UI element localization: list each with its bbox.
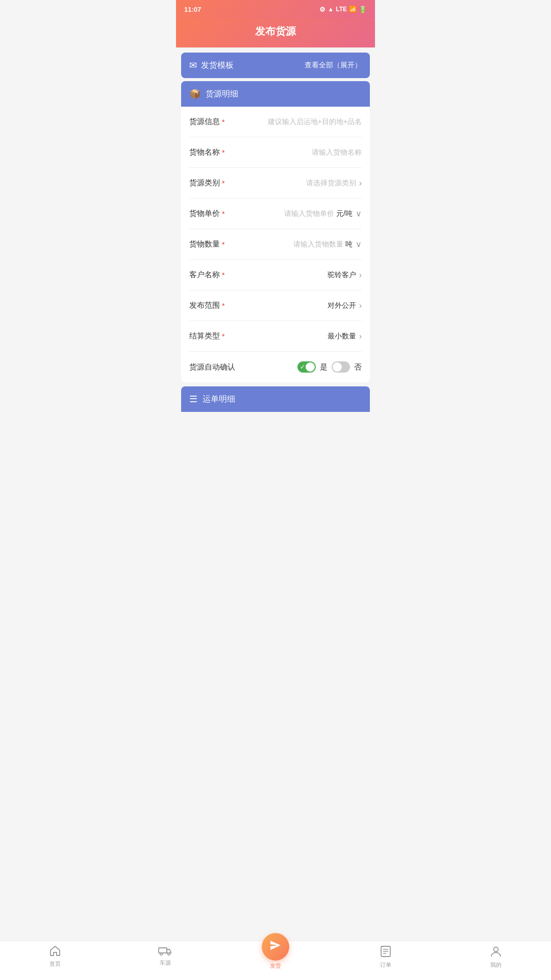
form-row-auto-confirm: 货源自动确认 ✓ 是 否	[189, 352, 362, 382]
lte-label: LTE	[336, 6, 347, 13]
cargo-info-label: 货源信息 *	[189, 117, 224, 127]
page-header: 发布货源	[176, 18, 375, 47]
cargo-name-label: 货物名称 *	[189, 148, 224, 157]
settlement-type-chevron: ›	[359, 332, 362, 341]
cargo-qty-value[interactable]: 请输入货物数量 吨 ∨	[224, 239, 362, 249]
waybill-section-label: 运单明细	[203, 394, 235, 405]
battery-icon: 🔋	[359, 6, 367, 13]
waybill-icon: ☰	[189, 394, 197, 405]
form-row-cargo-name[interactable]: 货物名称 * 请输入货物名称	[189, 137, 362, 168]
waybill-section-header: ☰ 运单明细	[181, 386, 370, 412]
toggle-knob-no	[333, 362, 342, 372]
auto-confirm-label: 货源自动确认	[189, 362, 235, 372]
customer-chevron: ›	[359, 271, 362, 280]
status-time: 11:07	[184, 6, 201, 13]
form-row-cargo-type[interactable]: 货源类别 * 请选择货源类别 ›	[189, 168, 362, 199]
cargo-price-chevron: ∨	[356, 209, 362, 218]
status-right-icons: ⚙ ▲ LTE 📶 🔋	[319, 6, 367, 13]
cargo-qty-chevron: ∨	[356, 239, 362, 249]
qty-unit: 吨	[345, 240, 353, 249]
settlement-type-label: 结算类型 *	[189, 331, 224, 341]
template-section[interactable]: ✉ 发货模板 查看全部（展开）	[181, 53, 370, 78]
cargo-type-value[interactable]: 请选择货源类别 ›	[224, 179, 362, 188]
yes-label: 是	[320, 362, 328, 372]
customer-value[interactable]: 驼铃客户 ›	[224, 271, 362, 280]
form-row-customer[interactable]: 客户名称 * 驼铃客户 ›	[189, 260, 362, 290]
signal-icon: 📶	[349, 6, 357, 13]
cargo-price-label: 货物单价 *	[189, 209, 224, 218]
toggle-knob-yes	[306, 362, 315, 372]
cargo-section-label: 货源明细	[206, 89, 238, 100]
toggle-group: ✓ 是 否	[297, 361, 362, 373]
publish-scope-value[interactable]: 对外公开 ›	[224, 301, 362, 310]
check-icon: ✓	[300, 363, 305, 371]
cargo-form: 货源信息 * 建议输入启运地+目的地+品名 货物名称 * 请输入货物名称 货源类…	[181, 107, 370, 382]
form-row-settlement-type[interactable]: 结算类型 * 最小数量 ›	[189, 321, 362, 352]
settings-icon: ⚙	[319, 6, 325, 13]
publish-scope-label: 发布范围 *	[189, 301, 224, 310]
cargo-box-icon: 📦	[189, 88, 201, 100]
cargo-name-value[interactable]: 请输入货物名称	[224, 148, 362, 157]
customer-label: 客户名称 *	[189, 270, 224, 280]
cargo-qty-label: 货物数量 *	[189, 239, 224, 249]
template-left: ✉ 发货模板	[189, 60, 234, 71]
template-action[interactable]: 查看全部（展开）	[305, 61, 362, 70]
form-row-cargo-qty[interactable]: 货物数量 * 请输入货物数量 吨 ∨	[189, 229, 362, 260]
toggle-no[interactable]	[332, 361, 350, 373]
template-label: 发货模板	[201, 60, 234, 71]
cargo-type-chevron: ›	[359, 179, 362, 188]
page-title: 发布货源	[255, 26, 296, 37]
cargo-type-label: 货源类别 *	[189, 178, 224, 188]
form-row-publish-scope[interactable]: 发布范围 * 对外公开 ›	[189, 290, 362, 321]
form-row-cargo-info[interactable]: 货源信息 * 建议输入启运地+目的地+品名	[189, 107, 362, 137]
cast-icon: ▲	[328, 6, 334, 13]
no-label: 否	[354, 362, 362, 372]
publish-scope-chevron: ›	[359, 301, 362, 310]
settlement-type-value[interactable]: 最小数量 ›	[224, 332, 362, 341]
form-row-cargo-price[interactable]: 货物单价 * 请输入货物单价 元/吨 ∨	[189, 199, 362, 229]
cargo-price-value[interactable]: 请输入货物单价 元/吨 ∨	[224, 209, 362, 218]
toggle-yes[interactable]: ✓	[297, 361, 316, 373]
cargo-info-value[interactable]: 建议输入启运地+目的地+品名	[224, 117, 362, 127]
cargo-section-header: 📦 货源明细	[181, 81, 370, 107]
main-content: ✉ 发货模板 查看全部（展开） 📦 货源明细 货源信息 * 建议输入启运地+目的…	[176, 53, 375, 463]
plane-icon: ✉	[189, 60, 197, 71]
status-bar: 11:07 ⚙ ▲ LTE 📶 🔋	[176, 0, 375, 18]
price-unit: 元/吨	[336, 209, 353, 218]
